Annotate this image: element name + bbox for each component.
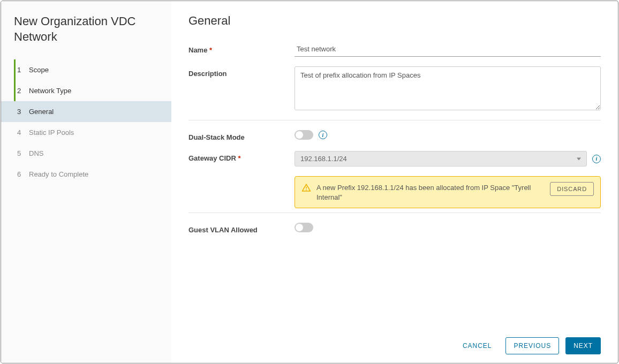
step-number: 5 [17, 149, 29, 157]
step-dns: 5 DNS [1, 143, 171, 164]
step-static-ip-pools: 4 Static IP Pools [1, 122, 171, 143]
previous-button[interactable]: PREVIOUS [505, 337, 559, 354]
svg-point-1 [306, 189, 307, 191]
name-row: Name [188, 43, 601, 57]
dual-stack-toggle[interactable] [295, 130, 313, 140]
guest-vlan-row: Guest VLAN Allowed [188, 223, 601, 234]
step-scope[interactable]: 1 Scope [1, 59, 171, 80]
allocation-alert: A new Prefix 192.168.1.1/24 has been all… [295, 176, 601, 208]
step-label: DNS [29, 149, 43, 157]
step-number: 2 [17, 87, 29, 95]
step-number: 4 [17, 128, 29, 136]
description-label: Description [188, 66, 295, 78]
step-number: 6 [17, 170, 29, 178]
name-input[interactable] [295, 43, 601, 57]
info-icon[interactable]: i [592, 155, 601, 163]
step-label: Static IP Pools [29, 128, 74, 136]
divider [188, 120, 601, 120]
warning-icon [301, 183, 311, 193]
wizard-steps: 1 Scope 2 Network Type 3 General 4 Stati… [1, 59, 171, 185]
wizard-title: New Organization VDC Network [1, 14, 171, 55]
gateway-cidr-label: Gateway CIDR [188, 151, 295, 162]
wizard-main: General Name Description Test of prefix … [171, 1, 618, 363]
chevron-down-icon [577, 157, 581, 160]
gateway-cidr-select[interactable]: 192.168.1.1/24 [295, 151, 587, 166]
dual-stack-label: Dual-Stack Mode [188, 130, 295, 141]
step-label: Ready to Complete [29, 170, 88, 178]
gateway-cidr-value: 192.168.1.1/24 [300, 155, 347, 163]
next-button[interactable]: NEXT [565, 337, 601, 354]
description-row: Description Test of prefix allocation fr… [188, 66, 601, 110]
name-label: Name [188, 43, 295, 54]
step-label: Network Type [29, 87, 71, 95]
discard-button[interactable]: DISCARD [550, 182, 594, 196]
dual-stack-row: Dual-Stack Mode i [188, 130, 601, 141]
form: Name Description Test of prefix allocati… [188, 43, 601, 328]
cancel-button[interactable]: CANCEL [455, 338, 499, 354]
step-network-type[interactable]: 2 Network Type [1, 80, 171, 101]
gateway-cidr-row: Gateway CIDR 192.168.1.1/24 i [188, 151, 601, 166]
guest-vlan-toggle[interactable] [295, 223, 313, 232]
step-number: 3 [17, 108, 29, 116]
guest-vlan-label: Guest VLAN Allowed [188, 223, 295, 234]
alert-text: A new Prefix 192.168.1.1/24 has been all… [316, 182, 545, 202]
step-label: General [29, 108, 54, 116]
step-general[interactable]: 3 General [1, 101, 171, 122]
info-icon[interactable]: i [319, 131, 327, 139]
page-title: General [188, 14, 601, 28]
step-number: 1 [17, 66, 29, 74]
wizard-footer: CANCEL PREVIOUS NEXT [188, 328, 601, 354]
step-label: Scope [29, 66, 49, 74]
description-input[interactable]: Test of prefix allocation from IP Spaces [295, 66, 601, 110]
wizard-modal: New Organization VDC Network 1 Scope 2 N… [1, 1, 618, 363]
step-ready-to-complete: 6 Ready to Complete [1, 164, 171, 185]
divider [188, 213, 601, 213]
wizard-sidebar: New Organization VDC Network 1 Scope 2 N… [1, 1, 171, 363]
